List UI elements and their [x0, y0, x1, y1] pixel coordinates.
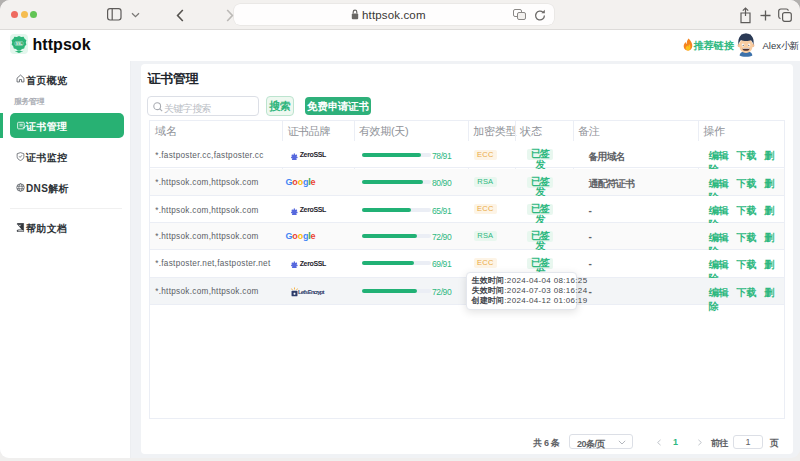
svg-text:SSL: SSL [16, 41, 23, 45]
